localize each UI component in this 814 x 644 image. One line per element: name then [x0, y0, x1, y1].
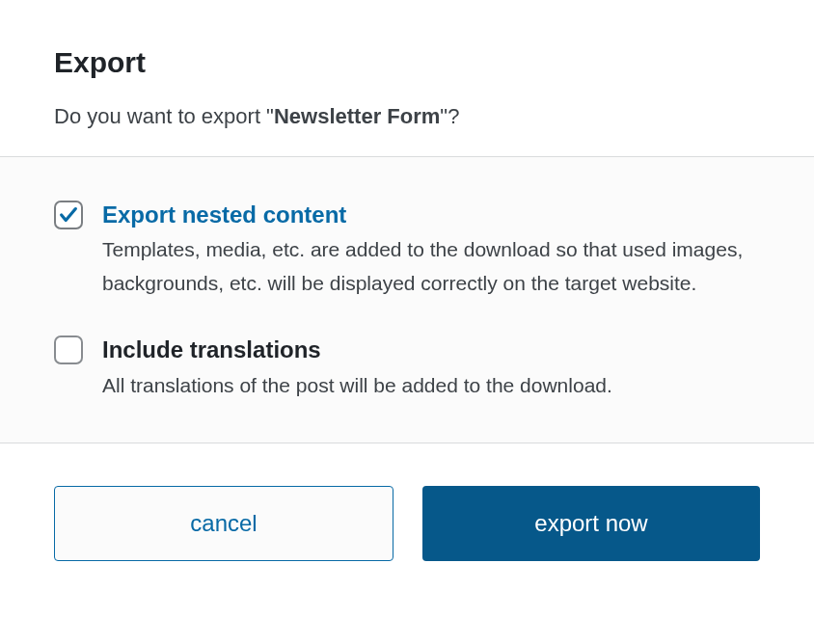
export-dialog: Export Do you want to export "Newsletter… [0, 0, 814, 596]
option-nested-content: Export nested content Templates, media, … [54, 200, 760, 300]
export-now-button[interactable]: export now [422, 486, 760, 561]
option-translations: Include translations All translations of… [54, 335, 760, 402]
option-translations-body: Include translations All translations of… [102, 335, 760, 402]
cancel-button[interactable]: cancel [54, 486, 393, 561]
dialog-title: Export [54, 46, 760, 79]
option-nested-body: Export nested content Templates, media, … [102, 200, 760, 300]
dialog-footer: cancel export now [0, 443, 814, 596]
dialog-subtitle: Do you want to export "Newsletter Form"? [54, 104, 760, 129]
option-translations-description: All translations of the post will be add… [102, 369, 760, 403]
checkmark-icon [58, 204, 79, 226]
subtitle-prefix: Do you want to export " [54, 104, 274, 128]
option-nested-label[interactable]: Export nested content [102, 200, 760, 229]
options-panel: Export nested content Templates, media, … [0, 156, 814, 443]
subtitle-suffix: "? [440, 104, 459, 128]
checkbox-translations[interactable] [54, 335, 83, 364]
dialog-header: Export Do you want to export "Newsletter… [0, 0, 814, 156]
subtitle-item-name: Newsletter Form [274, 104, 440, 128]
option-translations-label[interactable]: Include translations [102, 335, 760, 364]
checkbox-nested-content[interactable] [54, 201, 83, 229]
option-nested-description: Templates, media, etc. are added to the … [102, 233, 760, 300]
